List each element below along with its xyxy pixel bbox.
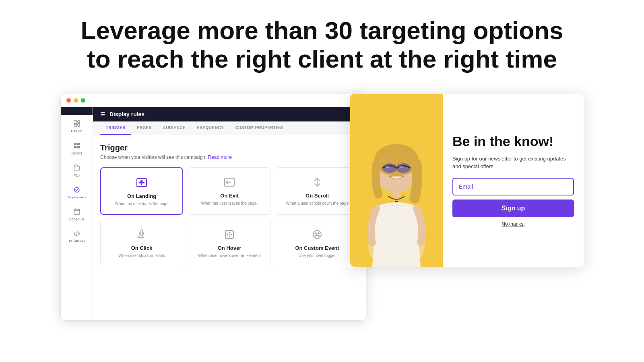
card-desc-on-scroll: When a user scrolls down the page (286, 201, 349, 206)
sidebar-topbar (61, 107, 93, 115)
read-more-link[interactable]: Read more (208, 154, 231, 160)
hover-icon (222, 227, 237, 242)
page-wrapper: Leverage more than 30 targeting options … (0, 0, 644, 362)
email-input[interactable] (452, 178, 574, 195)
trigger-card-on-custom-event[interactable]: On Custom Event Use your own trigger (276, 220, 359, 266)
main-headline: Leverage more than 30 targeting options … (81, 16, 564, 74)
card-name-on-exit: On Exit (220, 193, 239, 199)
trigger-card-on-landing[interactable]: On Landing When the user loads the page (100, 167, 183, 215)
svg-rect-5 (77, 143, 80, 145)
card-desc-on-custom-event: Use your own trigger (299, 253, 336, 259)
custom-event-icon (310, 227, 324, 242)
tab-icon (72, 163, 81, 172)
design-icon (72, 119, 81, 128)
schedule-icon (72, 207, 81, 216)
landing-icon (134, 175, 149, 190)
app-tabs: TRIGGER PAGES AUDIENCE FREQUENCY CUSTOM … (93, 121, 366, 135)
sidebar-label-blocks: Blocks (71, 151, 82, 155)
svg-rect-4 (74, 143, 76, 145)
svg-rect-2 (78, 121, 80, 123)
tab-audience[interactable]: AUDIENCE (157, 121, 191, 135)
trigger-grid: On Landing When the user loads the page (100, 167, 359, 266)
js-callbacks-icon (72, 229, 81, 238)
browser-body: Design Blocks (61, 107, 366, 320)
sidebar-item-schedule[interactable]: Schedule (61, 203, 93, 225)
trigger-card-on-hover[interactable]: On Hover When user hovers over an elemen… (188, 220, 271, 266)
svg-rect-3 (78, 123, 80, 126)
card-name-on-hover: On Hover (218, 245, 242, 251)
sidebar-label-js-callbacks: JS callbacks (68, 239, 85, 243)
newsletter-headline: Be in the know! (452, 134, 574, 149)
app-header-title: Display rules (109, 111, 144, 117)
trigger-title: Trigger (100, 143, 359, 152)
svg-rect-9 (74, 209, 80, 214)
content-area: Design Blocks (60, 94, 584, 321)
svg-point-24 (399, 166, 403, 168)
tab-frequency[interactable]: FREQUENCY (191, 121, 229, 135)
svg-point-21 (396, 163, 411, 173)
sidebar-item-display-rules[interactable]: Display rules (61, 181, 93, 203)
browser-dot-yellow (74, 98, 78, 103)
menu-icon: ☰ (100, 111, 105, 117)
app-sidebar: Design Blocks (61, 107, 93, 320)
svg-rect-1 (74, 124, 77, 126)
svg-rect-0 (74, 121, 77, 123)
trigger-card-on-exit[interactable]: On Exit When the user leaves the page. (188, 167, 271, 215)
sidebar-label-display-rules: Display rules (68, 195, 86, 199)
card-desc-on-exit: When the user leaves the page. (201, 201, 258, 206)
trigger-content: Trigger Choose when your visitors will s… (93, 135, 366, 274)
card-desc-on-landing: When the user loads the page (115, 201, 168, 207)
browser-dot-green (81, 98, 85, 103)
tab-pages[interactable]: PAGES (131, 121, 157, 135)
newsletter-panel: Be in the know! Sign up for our newslett… (350, 94, 584, 267)
sidebar-label-design: Design (71, 129, 82, 133)
woman-illustration (350, 94, 443, 267)
scroll-icon (310, 175, 324, 189)
trigger-card-on-scroll[interactable]: On Scroll When a user scrolls down the p… (276, 167, 359, 215)
headline-line1: Leverage more than 30 targeting options (81, 16, 564, 44)
trigger-card-on-click[interactable]: On Click When user clicks on a link (100, 220, 183, 266)
trigger-subtitle: Choose when your visitors will see this … (100, 154, 359, 160)
signup-button[interactable]: Sign up (452, 200, 574, 217)
app-main: ☰ Display rules TRIGGER PAGES AUDIENCE F… (93, 107, 366, 320)
card-name-on-scroll: On Scroll (305, 193, 329, 199)
click-icon (134, 227, 149, 242)
card-desc-on-click: When user clicks on a link (118, 253, 165, 259)
card-name-on-click: On Click (131, 245, 153, 251)
sidebar-item-js-callbacks[interactable]: JS callbacks (61, 225, 93, 247)
card-desc-on-hover: When user hovers over an element (198, 253, 261, 259)
display-rules-icon (72, 185, 81, 194)
card-name-on-custom-event: On Custom Event (295, 245, 339, 251)
exit-icon (222, 175, 237, 189)
headline-line2: to reach the right client at the right t… (87, 45, 557, 73)
browser-mockup: Design Blocks (60, 94, 366, 321)
svg-point-20 (382, 163, 397, 173)
blocks-icon (72, 141, 81, 150)
newsletter-image (350, 94, 443, 267)
browser-dot-red (66, 98, 71, 103)
svg-rect-6 (74, 146, 76, 148)
sidebar-label-schedule: Schedule (69, 217, 85, 221)
sidebar-item-tab[interactable]: Tab (61, 159, 93, 181)
svg-point-14 (313, 230, 321, 239)
sidebar-label-tab: Tab (74, 173, 80, 177)
card-name-on-landing: On Landing (127, 193, 156, 199)
sidebar-item-blocks[interactable]: Blocks (61, 137, 93, 159)
svg-rect-7 (77, 146, 80, 148)
no-thanks-link[interactable]: No thanks. (452, 221, 574, 227)
newsletter-form-area: Be in the know! Sign up for our newslett… (443, 94, 584, 267)
app-header: ☰ Display rules (93, 107, 366, 121)
tab-trigger[interactable]: TRIGGER (100, 121, 131, 135)
tab-custom-properties[interactable]: CUSTOM PROPERTIES (229, 121, 289, 135)
newsletter-body: Sign up for our newsletter to get exciti… (452, 155, 574, 171)
sidebar-item-design[interactable]: Design (61, 115, 93, 137)
svg-point-23 (386, 166, 390, 168)
browser-topbar (61, 94, 366, 107)
